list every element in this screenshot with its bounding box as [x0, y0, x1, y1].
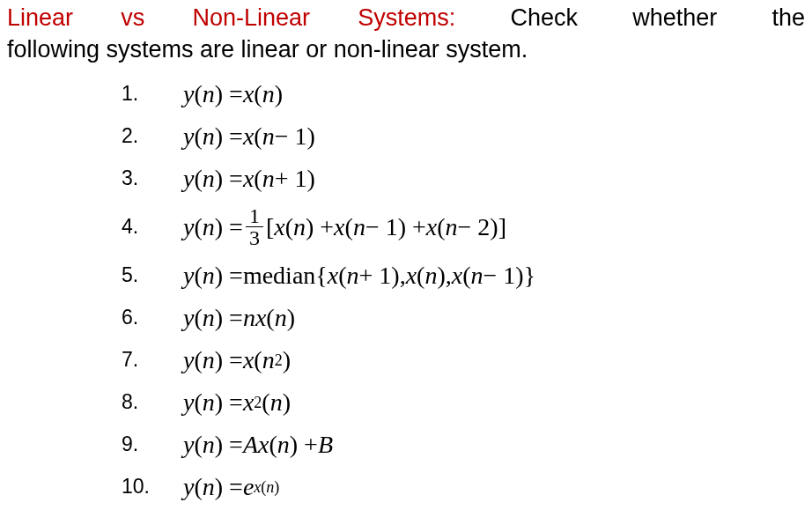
item-number: 10. [122, 475, 183, 499]
list-item: 5. y(n) = median{x(n + 1), x(n), x(n − 1… [122, 256, 805, 295]
item-number: 1. [122, 82, 183, 106]
item-number: 9. [122, 432, 183, 456]
equation-list: 1. y(n) = x(n) 2. y(n) = x(n − 1) 3. y(n… [122, 75, 805, 506]
list-item: 9. y(n) = Ax(n) + B [122, 425, 805, 464]
list-item: 1. y(n) = x(n) [122, 75, 805, 114]
equation: y(n) = x(n − 1) [183, 122, 315, 151]
heading-line-2: following systems are linear or non-line… [7, 33, 805, 65]
heading-rest: Check whether the [455, 4, 805, 31]
equation: y(n) = nx(n) [183, 304, 295, 332]
heading-title: Linear vs Non-Linear Systems: [7, 4, 455, 31]
item-number: 7. [122, 348, 183, 372]
item-number: 3. [122, 166, 183, 190]
item-number: 5. [122, 263, 183, 287]
list-item: 2. y(n) = x(n − 1) [122, 117, 805, 156]
list-item: 7. y(n) = x(n2) [122, 341, 805, 380]
item-number: 8. [122, 390, 183, 414]
item-number: 4. [122, 215, 183, 239]
equation: y(n) = x(n) [183, 80, 283, 108]
equation: y(n) = x(n2) [183, 346, 291, 374]
item-number: 6. [122, 306, 183, 329]
list-item: 3. y(n) = x(n + 1) [122, 159, 805, 198]
document-page: Linear vs Non-Linear Systems: Check whet… [0, 0, 812, 517]
equation: y(n) = 13[x(n) + x(n − 1) + x(n − 2)] [183, 205, 506, 248]
equation: y(n) = Ax(n) + B [183, 431, 333, 459]
equation: y(n) = median{x(n + 1), x(n), x(n − 1)} [183, 262, 535, 290]
equation: y(n) = x(n + 1) [183, 165, 315, 193]
heading-line-1: Linear vs Non-Linear Systems: Check whet… [7, 2, 805, 33]
item-number: 2. [122, 124, 183, 148]
list-item: 8. y(n) = x2(n) [122, 383, 805, 422]
equation: y(n) = x2(n) [183, 388, 291, 417]
list-item: 10. y(n) = ex(n) [122, 468, 805, 506]
list-item: 4. y(n) = 13[x(n) + x(n − 1) + x(n − 2)] [122, 202, 805, 253]
equation: y(n) = ex(n) [183, 473, 279, 501]
list-item: 6. y(n) = nx(n) [122, 299, 805, 337]
